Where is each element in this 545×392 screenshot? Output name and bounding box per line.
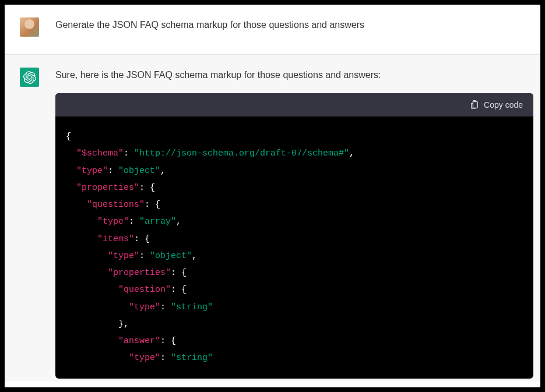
code-block: Copy code { "$schema": "http://json-sche… [55, 93, 533, 379]
assistant-avatar [20, 68, 39, 87]
assistant-message-row: Sure, here is the JSON FAQ schema markup… [5, 55, 540, 381]
openai-logo-icon [23, 71, 36, 84]
user-avatar [20, 17, 39, 37]
user-message-row: Generate the JSON FAQ schema markup for … [5, 5, 540, 54]
assistant-message-text: Sure, here is the JSON FAQ schema markup… [55, 70, 533, 80]
code-content: { "$schema": "http://json-schema.org/dra… [55, 116, 533, 379]
code-block-header: Copy code [55, 93, 533, 116]
user-message-text: Generate the JSON FAQ schema markup for … [55, 17, 364, 30]
copy-code-button[interactable]: Copy code [470, 100, 523, 110]
svg-rect-0 [473, 102, 477, 108]
copy-code-label: Copy code [484, 100, 523, 110]
clipboard-icon [470, 100, 479, 110]
assistant-content: Sure, here is the JSON FAQ schema markup… [55, 68, 533, 379]
